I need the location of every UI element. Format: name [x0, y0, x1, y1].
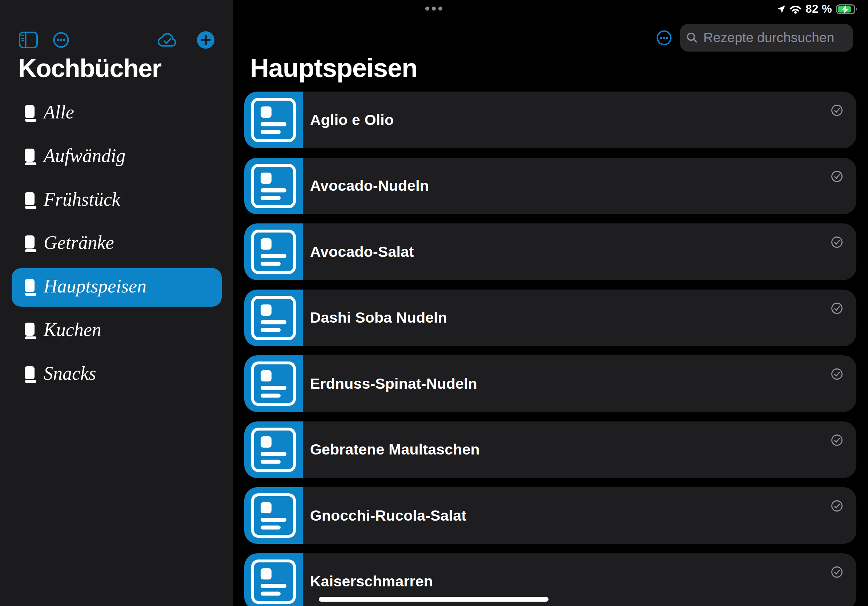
sidebar-item-label: Frühstück — [43, 190, 120, 211]
sidebar-item-snacks[interactable]: Snacks — [12, 355, 222, 394]
book-icon — [24, 235, 36, 253]
checkmark-circle-icon[interactable] — [831, 500, 843, 512]
recipe-thumbnail — [244, 355, 303, 412]
search-icon — [686, 32, 698, 44]
sidebar-item-label: Snacks — [43, 364, 96, 385]
recipe-card-icon — [244, 421, 303, 478]
more-ellipsis-icon — [53, 32, 69, 48]
book-icon — [24, 148, 36, 166]
add-cookbook-button[interactable] — [197, 31, 214, 50]
home-indicator[interactable] — [319, 597, 549, 601]
recipe-card-icon — [244, 553, 303, 606]
recipe-title: Erdnuss-Spinat-Nudeln — [310, 375, 477, 393]
recipe-title: Gebratene Maultaschen — [310, 441, 480, 458]
recipe-card-icon — [244, 487, 303, 544]
sidebar-item-label: Getränke — [43, 233, 114, 254]
recipe-title: Gnocchi-Rucola-Salat — [310, 507, 467, 524]
checkmark-circle-icon[interactable] — [831, 237, 843, 248]
recipe-card-icon — [244, 91, 303, 148]
app-window: Kochbücher Alle Aufwändig Frühstück Getr… — [0, 0, 868, 606]
battery-percent: 82 % — [806, 3, 832, 15]
book-icon — [24, 322, 36, 340]
recipe-thumbnail — [244, 289, 303, 346]
cookbook-nav: Alle Aufwändig Frühstück Getränke Haupts… — [12, 94, 222, 394]
sidebar-toggle-button[interactable] — [19, 32, 38, 49]
sidebar-item-getraenke[interactable]: Getränke — [12, 224, 222, 263]
location-arrow-icon — [777, 5, 786, 14]
checkmark-circle-icon[interactable] — [831, 303, 843, 314]
recipe-card-icon — [244, 289, 303, 346]
checkmark-circle-icon[interactable] — [831, 434, 843, 446]
recipe-card-icon — [244, 223, 303, 280]
recipe-title: Avocado-Salat — [310, 243, 414, 260]
recipe-row[interactable]: Aglio e Olio — [244, 91, 856, 148]
dot-icon — [432, 6, 436, 11]
recipe-list: Aglio e Olio Avocado-Nudeln Avocado-Sala… — [244, 91, 856, 606]
sidebar-item-label: Hauptspeisen — [43, 277, 146, 298]
sidebar-title: Kochbücher — [18, 56, 161, 81]
checkmark-circle-icon[interactable] — [831, 566, 843, 578]
recipe-title: Kaiserschmarren — [310, 573, 433, 590]
main-more-button[interactable] — [656, 30, 672, 46]
checkmark-circle-icon[interactable] — [831, 171, 843, 182]
sidebar-toggle-icon — [19, 32, 38, 48]
recipe-row[interactable]: Avocado-Nudeln — [244, 158, 856, 214]
recipe-thumbnail — [244, 223, 303, 280]
cloud-sync-button[interactable] — [157, 32, 177, 49]
status-bar-right: 82 % — [777, 3, 857, 15]
sidebar: Kochbücher Alle Aufwändig Frühstück Getr… — [0, 0, 233, 606]
sidebar-item-kuchen[interactable]: Kuchen — [12, 312, 222, 350]
book-icon — [24, 192, 36, 210]
add-plus-icon — [197, 31, 214, 49]
book-icon — [24, 278, 36, 297]
sidebar-more-button[interactable] — [53, 32, 69, 49]
wifi-icon — [789, 5, 801, 14]
recipe-thumbnail — [244, 487, 303, 544]
recipe-row[interactable]: Erdnuss-Spinat-Nudeln — [244, 355, 856, 412]
recipe-card-icon — [244, 158, 303, 214]
recipe-title: Dashi Soba Nudeln — [310, 309, 447, 326]
recipe-thumbnail — [244, 553, 303, 606]
recipe-row[interactable]: Gebratene Maultaschen — [244, 421, 856, 478]
recipe-thumbnail — [244, 91, 303, 148]
battery-charging-icon — [836, 5, 857, 14]
checkmark-circle-icon[interactable] — [831, 105, 843, 116]
cloud-sync-done-icon — [157, 32, 177, 48]
recipe-title: Aglio e Olio — [310, 111, 394, 128]
more-ellipsis-icon — [656, 30, 672, 45]
sidebar-item-fruehstueck[interactable]: Frühstück — [12, 181, 222, 220]
recipe-card-icon — [244, 355, 303, 412]
book-icon — [24, 365, 36, 383]
recipe-row[interactable]: Avocado-Salat — [244, 223, 856, 280]
sidebar-item-label: Aufwändig — [43, 147, 126, 167]
checkmark-circle-icon[interactable] — [831, 368, 843, 380]
multitask-dots-indicator[interactable] — [425, 6, 442, 11]
recipe-thumbnail — [244, 158, 303, 214]
recipe-row[interactable]: Dashi Soba Nudeln — [244, 289, 856, 346]
sidebar-item-aufwaendig[interactable]: Aufwändig — [12, 138, 222, 176]
recipe-title: Avocado-Nudeln — [310, 177, 429, 194]
sidebar-item-label: Kuchen — [43, 320, 101, 342]
page-title: Hauptspeisen — [250, 55, 417, 81]
sidebar-item-alle[interactable]: Alle — [12, 94, 222, 133]
dot-icon — [439, 6, 442, 11]
book-icon — [24, 104, 36, 122]
dot-icon — [425, 6, 429, 11]
sidebar-item-label: Alle — [43, 103, 74, 124]
recipe-row[interactable]: Gnocchi-Rucola-Salat — [244, 487, 856, 544]
sidebar-item-hauptspeisen[interactable]: Hauptspeisen — [12, 268, 222, 307]
search-input[interactable] — [703, 30, 847, 46]
recipe-thumbnail — [244, 421, 303, 478]
search-field[interactable] — [680, 24, 853, 52]
